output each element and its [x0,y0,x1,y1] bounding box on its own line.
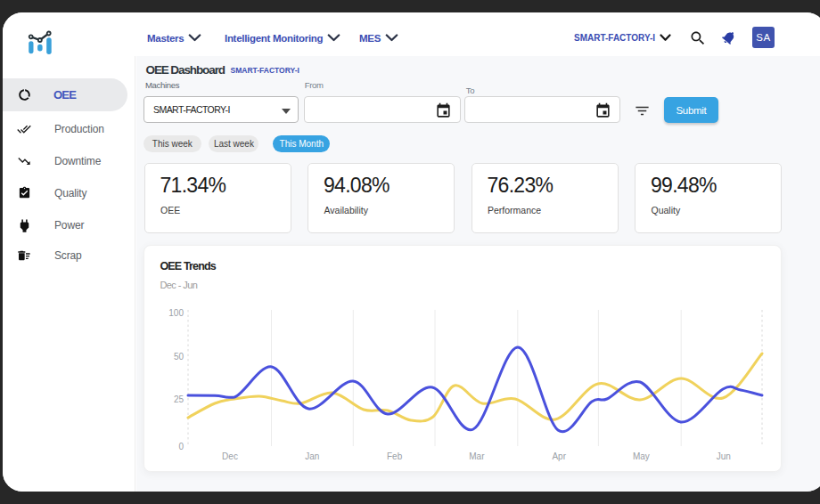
svg-text:Jan: Jan [305,451,319,461]
svg-text:25: 25 [174,394,184,404]
svg-text:50: 50 [174,352,184,362]
svg-text:Mar: Mar [469,451,485,461]
svg-text:Apr: Apr [552,451,566,461]
svg-text:May: May [633,451,650,461]
svg-text:100: 100 [168,308,184,318]
svg-text:Jun: Jun [717,451,731,461]
svg-text:Feb: Feb [387,451,403,461]
svg-text:Dec: Dec [222,451,238,461]
svg-text:0: 0 [178,442,184,451]
